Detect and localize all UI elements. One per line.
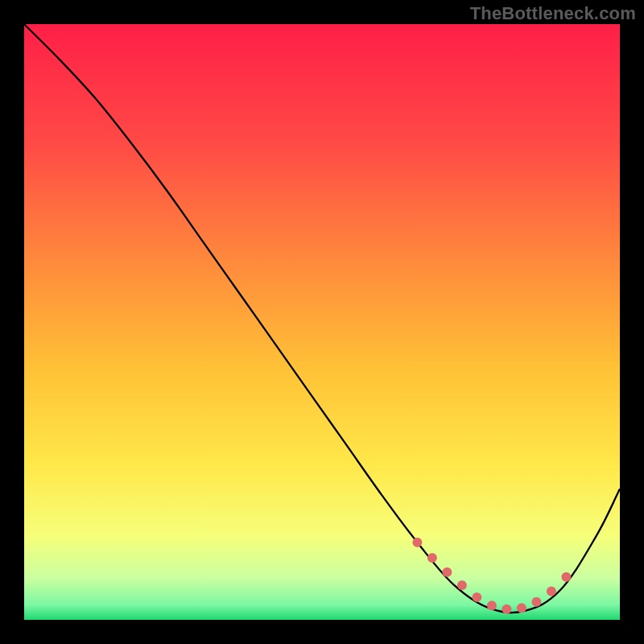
plot-area: [24, 24, 620, 620]
chart-frame: TheBottleneck.com: [0, 0, 644, 644]
svg-rect-0: [24, 24, 620, 620]
background-gradient: [24, 24, 620, 620]
watermark-text: TheBottleneck.com: [470, 3, 636, 24]
